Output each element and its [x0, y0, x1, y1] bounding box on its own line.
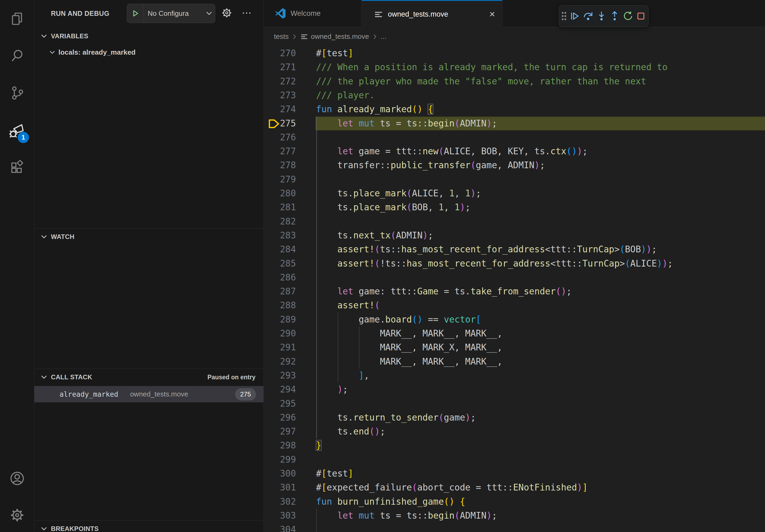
section-call-stack[interactable]: CALL STACK Paused on entry [34, 369, 264, 386]
code-line-292[interactable]: 292 MARK__, MARK__, MARK__, [264, 355, 765, 369]
step-into-button[interactable] [596, 11, 607, 21]
line-number[interactable]: 270 [264, 46, 296, 60]
tab-owned-tests[interactable]: owned_tests.move ✕ [362, 0, 502, 28]
config-select[interactable]: No Configura [144, 9, 203, 18]
line-number[interactable]: 294 [264, 383, 296, 397]
code-line-272[interactable]: 272/// the player who made the "false" m… [264, 75, 765, 89]
breadcrumb-item[interactable]: owned_tests.move [311, 32, 369, 41]
step-out-button[interactable] [609, 11, 620, 21]
line-number[interactable]: 283 [264, 228, 296, 242]
debug-config-control[interactable]: No Configura [127, 4, 215, 23]
source-control-icon[interactable] [0, 77, 34, 109]
code-line-300[interactable]: 300#[test] [264, 467, 765, 481]
code-line-286[interactable]: 286 [264, 271, 765, 285]
line-number[interactable]: 291 [264, 341, 296, 355]
line-number[interactable]: 273 [264, 89, 296, 102]
line-number[interactable]: 278 [264, 158, 296, 172]
explorer-icon[interactable] [0, 3, 34, 35]
variables-locals-scope[interactable]: locals: already_marked [34, 45, 264, 60]
code-line-288[interactable]: 288 assert!( [264, 298, 765, 313]
continue-button[interactable] [569, 11, 580, 21]
line-number[interactable]: 296 [264, 411, 296, 424]
code-line-277[interactable]: 277 let game = ttt::new(ALICE, BOB, KEY,… [264, 144, 765, 158]
breadcrumb-item[interactable]: ... [381, 32, 386, 41]
line-number[interactable]: 292 [264, 355, 296, 369]
run-and-debug-icon[interactable]: 1 [0, 115, 34, 147]
line-number[interactable]: 295 [264, 397, 296, 411]
code-line-297[interactable]: 297 ts.end(); [264, 424, 765, 439]
code-line-284[interactable]: 284 assert!(ts::has_most_recent_for_addr… [264, 242, 765, 257]
section-variables[interactable]: VARIABLES [34, 28, 264, 45]
code-line-275[interactable]: 275 let mut ts = ts::begin(ADMIN); [264, 117, 765, 131]
code-line-271[interactable]: 271/// When a position is already marked… [264, 60, 765, 75]
breadcrumb-item[interactable]: tests [274, 32, 289, 41]
line-number[interactable]: 289 [264, 313, 296, 327]
code-line-287[interactable]: 287 let game: ttt::Game = ts.take_from_s… [264, 285, 765, 299]
line-number[interactable]: 277 [264, 144, 296, 158]
code-line-291[interactable]: 291 MARK__, MARK_X, MARK__, [264, 341, 765, 355]
line-number[interactable]: 281 [264, 200, 296, 214]
code-editor[interactable]: 270#[test]271/// When a position is alre… [264, 46, 765, 532]
close-icon[interactable]: ✕ [489, 11, 495, 18]
search-icon[interactable] [0, 40, 34, 72]
line-number[interactable]: 276 [264, 131, 296, 144]
line-number[interactable]: 304 [264, 523, 296, 532]
stop-button[interactable] [636, 11, 646, 21]
line-number[interactable]: 274 [264, 102, 296, 116]
code-line-285[interactable]: 285 assert!(!ts::has_most_recent_for_add… [264, 257, 765, 271]
code-line-295[interactable]: 295 [264, 397, 765, 411]
step-over-button[interactable] [582, 10, 594, 22]
code-line-303[interactable]: 303 let mut ts = ts::begin(ADMIN); [264, 509, 765, 523]
code-line-294[interactable]: 294 ); [264, 383, 765, 397]
line-number[interactable]: 282 [264, 215, 296, 228]
line-number[interactable]: 286 [264, 271, 296, 285]
settings-gear-icon[interactable] [0, 499, 34, 531]
code-line-279[interactable]: 279 [264, 172, 765, 187]
debug-settings-gear-icon[interactable] [219, 5, 235, 21]
line-number[interactable]: 298 [264, 438, 296, 452]
line-number[interactable]: 302 [264, 495, 296, 509]
code-line-276[interactable]: 276 [264, 131, 765, 145]
line-number[interactable]: 285 [264, 257, 296, 271]
code-line-273[interactable]: 273/// player. [264, 89, 765, 103]
line-number[interactable]: 301 [264, 481, 296, 494]
code-line-289[interactable]: 289 game.board() == vector[ [264, 313, 765, 327]
line-number[interactable]: 299 [264, 453, 296, 467]
account-icon[interactable] [0, 462, 34, 494]
restart-button[interactable] [623, 11, 633, 21]
line-number[interactable]: 297 [264, 424, 296, 438]
line-number[interactable]: 303 [264, 509, 296, 523]
code-line-280[interactable]: 280 ts.place_mark(ALICE, 1, 1); [264, 186, 765, 201]
toolbar-gripper[interactable] [561, 12, 567, 21]
code-line-281[interactable]: 281 ts.place_mark(BOB, 1, 1); [264, 200, 765, 215]
code-line-278[interactable]: 278 transfer::public_transfer(game, ADMI… [264, 158, 765, 172]
code-line-290[interactable]: 290 MARK__, MARK__, MARK__, [264, 327, 765, 341]
code-line-296[interactable]: 296 ts.return_to_sender(game); [264, 411, 765, 425]
code-line-283[interactable]: 283 ts.next_tx(ADMIN); [264, 228, 765, 243]
code-line-274[interactable]: 274fun already_marked() { [264, 102, 765, 117]
section-watch[interactable]: WATCH [34, 228, 264, 245]
line-number[interactable]: 279 [264, 172, 296, 186]
code-line-293[interactable]: 293 ], [264, 369, 765, 383]
more-actions-icon[interactable]: ⋯ [239, 5, 255, 21]
tab-welcome[interactable]: Welcome [264, 0, 362, 27]
start-debug-icon[interactable] [127, 4, 144, 23]
line-number[interactable]: 284 [264, 242, 296, 256]
code-line-302[interactable]: 302fun burn_unfinished_game() { [264, 495, 765, 509]
code-line-301[interactable]: 301#[expected_failure(abort_code = ttt::… [264, 481, 765, 495]
line-number[interactable]: 300 [264, 467, 296, 481]
code-line-270[interactable]: 270#[test] [264, 46, 765, 61]
line-number[interactable]: 287 [264, 285, 296, 298]
line-number[interactable]: 280 [264, 186, 296, 200]
code-line-299[interactable]: 299 [264, 453, 765, 467]
extensions-icon[interactable] [0, 151, 34, 184]
line-number[interactable]: 290 [264, 327, 296, 341]
line-number[interactable]: 271 [264, 60, 296, 74]
code-line-282[interactable]: 282 [264, 215, 765, 229]
line-number[interactable]: 288 [264, 298, 296, 312]
code-line-298[interactable]: 298} [264, 438, 765, 453]
line-number[interactable]: 272 [264, 75, 296, 89]
code-line-304[interactable]: 304 [264, 523, 765, 532]
call-stack-frame[interactable]: already_marked owned_tests.move 275 [34, 386, 264, 402]
line-number[interactable]: 293 [264, 369, 296, 383]
